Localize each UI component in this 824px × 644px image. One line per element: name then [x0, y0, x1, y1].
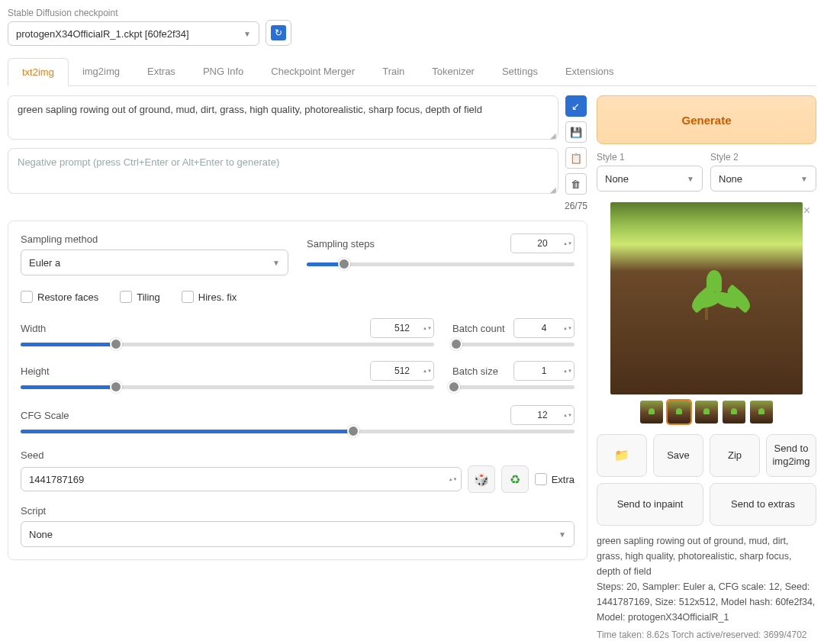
recycle-icon: ♻ — [510, 472, 520, 487]
chevron-down-icon: ▼ — [687, 175, 694, 183]
sampling-method-select[interactable]: Euler a ▼ — [21, 250, 288, 275]
tab-extras[interactable]: Extras — [134, 58, 189, 85]
cfg-input[interactable]: 12▲▼ — [510, 405, 575, 425]
spinner-icon: ▲▼ — [449, 469, 456, 489]
spinner-icon: ▲▼ — [563, 407, 571, 423]
sampling-method-value: Euler a — [29, 257, 60, 269]
spinner-icon: ▲▼ — [423, 320, 430, 336]
thumbnail[interactable] — [640, 401, 663, 423]
token-count: 26/75 — [565, 201, 587, 211]
script-value: None — [29, 529, 53, 540]
dice-icon: 🎲 — [474, 472, 489, 487]
height-slider[interactable] — [21, 381, 434, 393]
restore-label: Restore faces — [37, 291, 98, 303]
height-label: Height — [21, 365, 50, 377]
output-image[interactable] — [610, 202, 803, 394]
checkpoint-value: protogenX34OfficialR_1.ckpt [60fe2f34] — [16, 28, 189, 40]
clipboard-button[interactable]: 📋 — [565, 147, 587, 169]
send-extras-button[interactable]: Send to extras — [710, 483, 816, 526]
thumbnail[interactable] — [750, 401, 773, 423]
width-label: Width — [21, 323, 46, 334]
spinner-icon: ▲▼ — [423, 363, 430, 378]
reload-icon: ↻ — [271, 25, 286, 40]
chevron-down-icon: ▼ — [243, 30, 251, 38]
chevron-down-icon: ▼ — [272, 259, 280, 267]
save-style-button[interactable]: 💾 — [565, 121, 587, 143]
sampling-steps-label: Sampling steps — [307, 238, 375, 250]
tab-train[interactable]: Train — [369, 58, 418, 85]
seed-label: Seed — [21, 449, 43, 461]
width-input[interactable]: 512▲▼ — [370, 318, 434, 338]
chevron-down-icon: ▼ — [558, 530, 566, 539]
height-input[interactable]: 512▲▼ — [370, 361, 434, 381]
zip-button[interactable]: Zip — [710, 434, 760, 477]
save-button[interactable]: Save — [653, 434, 703, 477]
prompt-input[interactable] — [8, 95, 558, 140]
width-slider[interactable] — [21, 338, 434, 350]
seed-extra-label: Extra — [552, 474, 575, 485]
send-inpaint-button[interactable]: Send to inpaint — [597, 483, 703, 526]
sampling-steps-slider[interactable] — [307, 258, 575, 270]
thumbnail[interactable] — [723, 401, 745, 423]
seed-value: 1441787169 — [29, 474, 84, 485]
script-select[interactable]: None ▼ — [21, 521, 575, 547]
sampling-method-label: Sampling method — [21, 233, 288, 245]
spinner-icon: ▲▼ — [563, 236, 571, 251]
width-value: 512 — [394, 323, 410, 333]
thumbnail[interactable] — [668, 401, 690, 423]
batch-size-input[interactable]: 1▲▼ — [513, 361, 575, 381]
close-icon[interactable]: × — [803, 204, 810, 217]
style1-label: Style 1 — [597, 152, 703, 163]
style1-select[interactable]: None▼ — [597, 166, 703, 192]
info-meta: Steps: 20, Sampler: Euler a, CFG scale: … — [597, 579, 816, 625]
steps-value: 20 — [537, 238, 547, 249]
height-value: 512 — [394, 365, 410, 376]
tab-extensions[interactable]: Extensions — [552, 58, 628, 85]
open-folder-button[interactable]: 📁 — [597, 434, 647, 477]
batch-count-slider[interactable] — [452, 338, 575, 350]
chevron-down-icon: ▼ — [800, 175, 808, 183]
generate-button[interactable]: Generate — [597, 95, 816, 144]
tabs: txt2img img2img Extras PNG Info Checkpoi… — [8, 58, 816, 86]
checkpoint-label: Stable Diffusion checkpoint — [8, 8, 259, 18]
cfg-slider[interactable] — [21, 425, 575, 437]
cfg-label: CFG Scale — [21, 410, 69, 421]
spinner-icon: ▲▼ — [563, 363, 571, 378]
apply-style-button[interactable]: ↙ — [565, 95, 587, 117]
info-prompt: green sapling rowing out of ground, mud,… — [597, 533, 816, 579]
checkpoint-select[interactable]: protogenX34OfficialR_1.ckpt [60fe2f34] ▼ — [8, 21, 259, 46]
send-img2img-button[interactable]: Send to img2img — [766, 434, 816, 477]
batch-size-slider[interactable] — [452, 381, 575, 393]
output-gallery: × — [597, 199, 816, 427]
restore-faces-checkbox[interactable]: Restore faces — [21, 291, 98, 303]
tab-pnginfo[interactable]: PNG Info — [189, 58, 257, 85]
tab-img2img[interactable]: img2img — [69, 58, 134, 85]
cfg-value: 12 — [537, 410, 547, 420]
tab-txt2img[interactable]: txt2img — [8, 58, 69, 86]
hires-label: Hires. fix — [198, 291, 237, 303]
batch-count-label: Batch count — [452, 323, 505, 334]
clear-button[interactable]: 🗑 — [565, 173, 587, 195]
tab-tokenizer[interactable]: Tokenizer — [418, 58, 488, 85]
seed-extra-checkbox[interactable]: Extra — [535, 473, 575, 485]
random-seed-button[interactable]: 🎲 — [468, 465, 495, 493]
thumbnail[interactable] — [695, 401, 718, 423]
tiling-checkbox[interactable]: Tiling — [120, 291, 160, 303]
tab-ckpt-merger[interactable]: Checkpoint Merger — [257, 58, 369, 85]
tab-settings[interactable]: Settings — [488, 58, 552, 85]
generation-info: green sapling rowing out of ground, mud,… — [597, 533, 816, 644]
style2-select[interactable]: None▼ — [710, 166, 816, 192]
folder-icon: 📁 — [614, 448, 629, 464]
sampling-steps-input[interactable]: 20▲▼ — [510, 233, 575, 253]
reuse-seed-button[interactable]: ♻ — [501, 465, 529, 493]
hires-fix-checkbox[interactable]: Hires. fix — [182, 291, 237, 303]
info-time: Time taken: 8.62s Torch active/reserved:… — [597, 628, 816, 644]
batch-count-input[interactable]: 4▲▼ — [513, 318, 575, 338]
style2-value: None — [719, 173, 742, 185]
script-label: Script — [21, 505, 46, 517]
seed-input[interactable]: 1441787169▲▼ — [21, 467, 462, 491]
batch-size-value: 1 — [542, 365, 547, 376]
neg-prompt-input[interactable] — [8, 148, 558, 194]
style1-value: None — [605, 173, 629, 185]
reload-checkpoint-button[interactable]: ↻ — [266, 20, 291, 46]
